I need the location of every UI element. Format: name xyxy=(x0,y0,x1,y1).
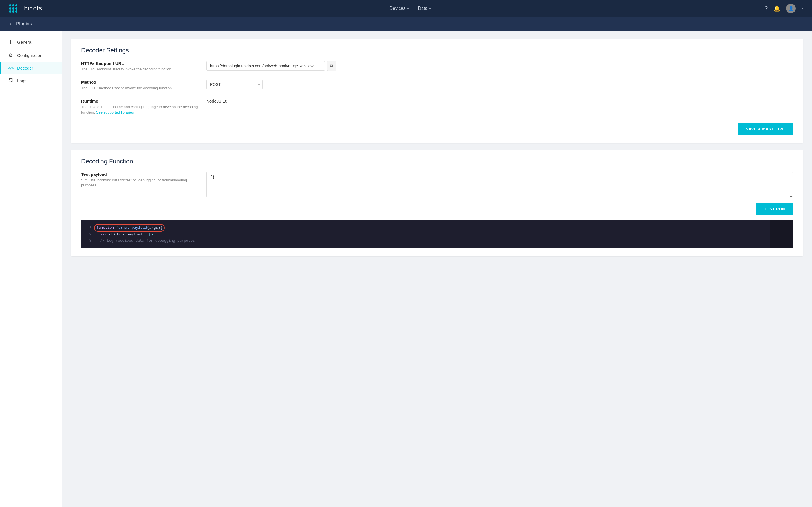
sidebar-item-decoder[interactable]: </> Decoder xyxy=(0,62,62,74)
runtime-row: Runtime The development runtime and codi… xyxy=(81,99,793,115)
function-name: format_payload xyxy=(116,226,147,230)
logo-text: ubidots xyxy=(20,5,42,12)
sidebar: ℹ General ⚙ Configuration </> Decoder 🖫 … xyxy=(0,31,62,507)
var-name: ubidots_payload xyxy=(109,232,142,237)
info-icon: ℹ xyxy=(8,39,13,45)
avatar-initial: 👤 xyxy=(789,6,794,11)
data-chevron-icon: ▾ xyxy=(429,6,431,10)
https-url-input[interactable] xyxy=(206,61,325,71)
copy-url-button[interactable]: ⧉ xyxy=(327,61,336,71)
test-payload-row: Test payload Simulate incoming data for … xyxy=(81,172,793,197)
main-layout: ℹ General ⚙ Configuration </> Decoder 🖫 … xyxy=(0,31,812,507)
avatar[interactable]: 👤 xyxy=(786,4,796,13)
data-menu-item[interactable]: Data ▾ xyxy=(418,5,431,12)
data-label: Data xyxy=(418,6,427,11)
logs-label: Logs xyxy=(17,78,27,83)
runtime-label: Runtime xyxy=(81,99,200,103)
code-minimap xyxy=(770,220,793,248)
devices-menu-item[interactable]: Devices ▾ xyxy=(390,5,409,12)
logo[interactable]: ubidots xyxy=(9,4,42,13)
decoding-function-title: Decoding Function xyxy=(81,158,793,165)
top-right-controls: ? 🔔 👤 ▾ xyxy=(765,4,803,13)
https-url-desc: The URL endpoint used to invoke the deco… xyxy=(81,67,200,72)
back-arrow-icon: ← xyxy=(9,21,14,27)
code-line-3: 3 // Log received data for debugging pur… xyxy=(86,238,788,244)
https-url-row: HTTPs Endpoint URL The URL endpoint used… xyxy=(81,61,793,72)
method-label-col: Method The HTTP method used to invoke th… xyxy=(81,80,200,91)
back-to-plugins-link[interactable]: ← Plugins xyxy=(9,21,32,27)
test-run-button[interactable]: TEST RUN xyxy=(756,203,793,215)
save-make-live-button[interactable]: SAVE & MAKE LIVE xyxy=(738,123,793,135)
devices-label: Devices xyxy=(390,6,406,11)
https-url-label-col: HTTPs Endpoint URL The URL endpoint used… xyxy=(81,61,200,72)
method-label: Method xyxy=(81,80,200,84)
bell-icon[interactable]: 🔔 xyxy=(773,5,780,12)
function-args: (args){ xyxy=(147,226,162,230)
keyword-function: function xyxy=(96,226,114,230)
line-number-2: 2 xyxy=(86,231,91,238)
decoder-label: Decoder xyxy=(17,66,33,70)
configuration-label: Configuration xyxy=(17,53,42,58)
code-content-3: // Log received data for debugging purpo… xyxy=(96,238,788,244)
logs-icon: 🖫 xyxy=(8,78,13,83)
code-icon: </> xyxy=(8,66,13,70)
code-editor[interactable]: 1 function format_payload(args){ 2 var u… xyxy=(81,220,793,248)
sidebar-item-configuration[interactable]: ⚙ Configuration xyxy=(0,49,62,62)
https-url-label: HTTPs Endpoint URL xyxy=(81,61,200,66)
test-payload-label: Test payload xyxy=(81,172,200,177)
test-payload-label-col: Test payload Simulate incoming data for … xyxy=(81,172,200,188)
main-content: Decoder Settings HTTPs Endpoint URL The … xyxy=(62,31,812,507)
subheader: ← Plugins xyxy=(0,17,812,31)
decoder-settings-card: Decoder Settings HTTPs Endpoint URL The … xyxy=(71,39,803,143)
line-number-1: 1 xyxy=(86,224,91,231)
runtime-value: NodeJS 10 xyxy=(206,99,227,103)
decoding-function-card: Decoding Function Test payload Simulate … xyxy=(71,150,803,256)
runtime-label-col: Runtime The development runtime and codi… xyxy=(81,99,200,115)
general-label: General xyxy=(17,40,32,45)
code-line-2: 2 var ubidots_payload = {}; xyxy=(86,231,788,238)
https-url-control: ⧉ xyxy=(206,61,793,71)
function-highlight: function format_payload(args){ xyxy=(94,224,165,231)
method-control: POST GET PUT ▾ xyxy=(206,80,793,89)
gear-icon: ⚙ xyxy=(8,52,13,58)
runtime-desc: The development runtime and coding langu… xyxy=(81,105,200,115)
avatar-chevron-icon[interactable]: ▾ xyxy=(801,6,803,10)
sidebar-item-general[interactable]: ℹ General xyxy=(0,36,62,49)
method-desc: The HTTP method used to invoke the decod… xyxy=(81,86,200,91)
equals-sign: = {}; xyxy=(144,232,155,237)
comment-line: // Log received data for debugging purpo… xyxy=(100,238,197,243)
test-payload-input[interactable]: {} xyxy=(206,172,793,197)
top-menu: Devices ▾ Data ▾ xyxy=(56,5,765,12)
line-number-3: 3 xyxy=(86,238,91,244)
plugins-breadcrumb: Plugins xyxy=(16,21,32,27)
method-row: Method The HTTP method used to invoke th… xyxy=(81,80,793,91)
help-icon[interactable]: ? xyxy=(765,5,768,12)
top-navigation: ubidots Devices ▾ Data ▾ ? 🔔 👤 ▾ xyxy=(0,0,812,17)
test-payload-desc: Simulate incoming data for testing, debu… xyxy=(81,178,200,188)
decoder-settings-title: Decoder Settings xyxy=(81,47,793,54)
devices-chevron-icon: ▾ xyxy=(407,6,409,10)
var-keyword: var xyxy=(100,232,107,237)
method-select[interactable]: POST GET PUT xyxy=(206,80,263,89)
method-select-wrapper: POST GET PUT ▾ xyxy=(206,80,263,89)
runtime-control: NodeJS 10 xyxy=(206,99,793,103)
supported-libraries-link[interactable]: See supported libraries. xyxy=(96,110,135,114)
code-content-1: function format_payload(args){ xyxy=(96,224,788,231)
sidebar-item-logs[interactable]: 🖫 Logs xyxy=(0,74,62,87)
logo-dots-icon xyxy=(9,4,17,13)
code-line-1: 1 function format_payload(args){ xyxy=(86,224,788,231)
code-content-2: var ubidots_payload = {}; xyxy=(96,231,788,238)
